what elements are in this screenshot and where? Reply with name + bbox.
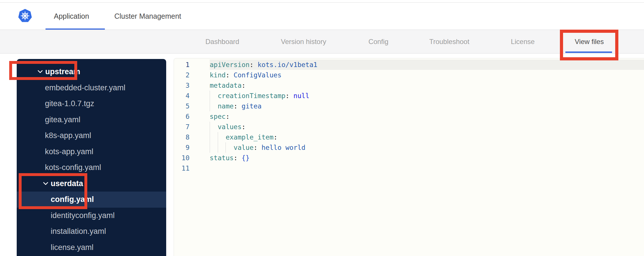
line-content: values: [210, 122, 644, 132]
kubernetes-logo-icon [18, 8, 32, 24]
code-line-11: 11 [174, 163, 644, 173]
code-line-5: 5name: gitea [174, 101, 644, 111]
file-label: license.yaml [51, 243, 94, 252]
line-number: 4 [174, 91, 190, 101]
app-subnav: DashboardVersion historyConfigTroublesho… [0, 30, 644, 54]
line-content: example_item: [210, 132, 644, 142]
code-line-10: 10status: {} [174, 153, 644, 163]
code-line-1: 1apiVersion: kots.io/v1beta1 [174, 60, 644, 70]
tree-file-kots-config-yaml[interactable]: kots-config.yaml [17, 160, 166, 176]
subnav-tab-license[interactable]: License [511, 30, 535, 53]
line-content: status: {} [210, 153, 644, 163]
code-line-3: 3metadata: [174, 80, 644, 91]
line-content: kind: ConfigValues [210, 70, 644, 80]
app-header: Application Cluster Management [0, 3, 644, 30]
file-label: installation.yaml [51, 227, 106, 236]
file-label: embedded-cluster.yaml [45, 83, 125, 92]
code-line-7: 7values: [174, 122, 644, 132]
line-content: metadata: [210, 80, 644, 91]
folder-label: upstream [45, 67, 80, 76]
subnav-tab-dashboard[interactable]: Dashboard [205, 30, 239, 53]
file-label: identityconfig.yaml [51, 211, 115, 220]
code-line-6: 6spec: [174, 111, 644, 122]
chevron-down-icon [38, 70, 43, 73]
code-line-4: 4creationTimestamp: null [174, 91, 644, 101]
line-content: name: gitea [210, 101, 644, 111]
tree-file-config-yaml[interactable]: config.yaml [17, 192, 166, 208]
indent-guide [210, 132, 218, 142]
line-number: 9 [174, 142, 190, 153]
subnav-tab-troubleshoot[interactable]: Troubleshoot [429, 30, 469, 53]
file-label: k8s-app.yaml [45, 131, 91, 140]
file-label: gitea.yaml [45, 115, 80, 124]
indent-guide [226, 142, 234, 153]
file-label: kots-config.yaml [45, 163, 101, 172]
tree-file-k8s-app-yaml[interactable]: k8s-app.yaml [17, 128, 166, 144]
code-editor[interactable]: 1apiVersion: kots.io/v1beta12kind: Confi… [174, 58, 644, 256]
line-number: 3 [174, 80, 190, 91]
line-number: 2 [174, 70, 190, 80]
file-label: kots-app.yaml [45, 147, 93, 156]
subnav-tab-config[interactable]: Config [368, 30, 388, 53]
tab-cluster-management[interactable]: Cluster Management [114, 3, 181, 30]
line-number: 7 [174, 122, 190, 132]
line-content: apiVersion: kots.io/v1beta1 [210, 60, 644, 70]
line-content: creationTimestamp: null [210, 91, 644, 101]
line-content: spec: [210, 111, 644, 122]
chevron-down-icon [43, 182, 48, 185]
file-label: config.yaml [51, 195, 94, 204]
indent-guide [218, 142, 226, 153]
code-line-8: 8example_item: [174, 132, 644, 142]
active-subnav-tab-underline [565, 51, 612, 53]
tree-folder-upstream[interactable]: upstream [17, 64, 166, 80]
line-number: 10 [174, 153, 190, 163]
tree-file-kots-app-yaml[interactable]: kots-app.yaml [17, 144, 166, 160]
indent-guide [210, 91, 218, 101]
subnav-tab-version-history[interactable]: Version history [281, 30, 326, 53]
line-number: 5 [174, 101, 190, 111]
line-number: 11 [174, 163, 190, 173]
file-label: gitea-1.0.7.tgz [45, 99, 94, 108]
tree-folder-userdata[interactable]: userdata [17, 176, 166, 192]
line-number: 8 [174, 132, 190, 142]
tree-file-installation-yaml[interactable]: installation.yaml [17, 223, 166, 240]
line-number: 6 [174, 111, 190, 122]
indent-guide [210, 101, 218, 111]
folder-label: userdata [51, 179, 83, 188]
subnav-tab-view-files[interactable]: View files [575, 30, 604, 53]
tree-file-gitea-1-0-7-tgz[interactable]: gitea-1.0.7.tgz [17, 96, 166, 112]
tab-application[interactable]: Application [54, 3, 89, 30]
code-line-2: 2kind: ConfigValues [174, 70, 644, 80]
indent-guide [210, 142, 218, 153]
line-content [210, 163, 644, 173]
indent-guide [218, 132, 226, 142]
line-number: 1 [174, 60, 190, 70]
tree-file-gitea-yaml[interactable]: gitea.yaml [17, 112, 166, 128]
code-line-9: 9value: hello world [174, 142, 644, 153]
indent-guide [210, 122, 218, 132]
tree-file-identityconfig-yaml[interactable]: identityconfig.yaml [17, 208, 166, 224]
line-content: value: hello world [210, 142, 644, 153]
file-tree-sidebar: upstreamembedded-cluster.yamlgitea-1.0.7… [17, 59, 166, 256]
tree-file-license-yaml[interactable]: license.yaml [17, 240, 166, 256]
tree-file-embedded-cluster-yaml[interactable]: embedded-cluster.yaml [17, 80, 166, 96]
